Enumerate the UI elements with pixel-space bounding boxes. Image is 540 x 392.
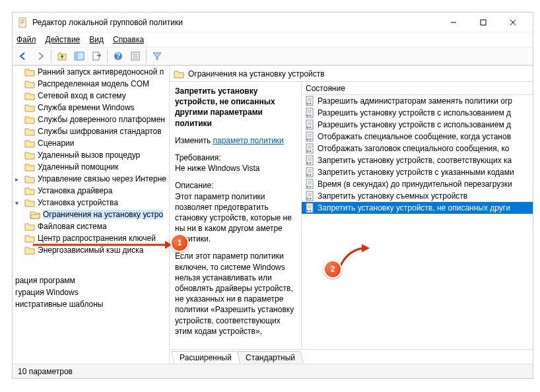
policy-list[interactable]: Разрешить администраторам заменять полит…	[302, 95, 533, 214]
tree-item[interactable]: Сетевой вход в систему	[13, 90, 169, 102]
path-title: Ограничения на установку устройств	[188, 69, 325, 79]
tree-item-label: нистративные шаблоны	[15, 300, 103, 309]
list-item[interactable]: Запретить установку устройств, соответст…	[302, 154, 533, 166]
list-item[interactable]: Запретить установку съемных устройств	[302, 190, 533, 202]
svg-text:?: ?	[116, 51, 120, 61]
svg-rect-7	[75, 52, 78, 60]
show-hide-tree-button[interactable]	[71, 48, 87, 64]
tree-item[interactable]: Службы доверенного платформен	[13, 114, 169, 125]
list-item-label: Время (в секундах) до принудительной пер…	[318, 180, 512, 189]
tab-standard[interactable]: Стандартный	[237, 351, 304, 364]
requirements-block: Требования: Не ниже Windows Vista	[175, 152, 296, 174]
list-item-label: Разрешить администраторам заменять полит…	[318, 96, 512, 106]
tree-item[interactable]: Удаленный помощник	[13, 161, 169, 173]
list-column-header[interactable]: Состояние	[302, 82, 533, 95]
help-button[interactable]: ?	[110, 48, 126, 64]
list-item-label: Запретить установку устройств, не описан…	[318, 203, 510, 212]
tree-item[interactable]: Установка драйвера	[13, 185, 169, 197]
folder-icon	[24, 186, 35, 195]
tree-item-label: Служба времени Windows	[38, 103, 135, 112]
up-button[interactable]	[54, 48, 70, 64]
forward-button[interactable]	[32, 48, 48, 64]
policy-icon	[304, 96, 315, 106]
tree-item-label: Распределенная модель COM	[38, 79, 149, 88]
tree-item[interactable]: Службы шифрования стандартов	[13, 125, 169, 137]
minimize-button[interactable]	[438, 13, 468, 32]
edit-policy-link[interactable]: параметр политики	[213, 136, 283, 145]
edit-policy-row: Изменить параметр политики	[175, 135, 296, 146]
svg-point-26	[310, 115, 312, 117]
menu-action[interactable]: Действие	[46, 35, 81, 44]
policy-icon	[304, 203, 315, 213]
export-list-button[interactable]	[88, 48, 104, 64]
tree-item[interactable]: Сценарии	[13, 137, 169, 149]
menu-file[interactable]: Файл	[17, 35, 36, 44]
tree-item-label: Службы доверенного платформен	[38, 115, 165, 124]
list-item[interactable]: Запретить установку устройств с указанны…	[302, 166, 533, 178]
tree-item[interactable]: гурация Windows	[13, 286, 169, 298]
tree-item-label: Удаленный вызов процедур	[38, 150, 140, 160]
filter-button[interactable]	[149, 48, 165, 64]
tab-extended[interactable]: Расширенный	[171, 351, 240, 364]
tree-item-label: Управление связью через Интерне	[38, 174, 166, 183]
svg-point-49	[307, 162, 309, 164]
svg-point-68	[310, 198, 312, 200]
list-item[interactable]: Разрешить установку устройств с использо…	[302, 107, 533, 119]
list-item[interactable]: Отображать заголовок специального сообще…	[302, 143, 533, 154]
menu-view[interactable]: Вид	[89, 35, 104, 44]
svg-point-44	[310, 150, 312, 152]
expand-icon[interactable]: ▸	[15, 176, 22, 183]
properties-button[interactable]	[127, 48, 143, 64]
folder-icon	[24, 222, 35, 231]
annotation-badge-2: 2	[323, 260, 342, 278]
tree-item[interactable]: Ограничения на установку устро	[13, 209, 169, 220]
tree-item[interactable]: Удаленный вызов процедур	[13, 149, 169, 161]
statusbar: 10 параметров	[13, 364, 533, 378]
tree-item-label: Установка драйвера	[38, 186, 112, 195]
tree-item[interactable]: Ранний запуск антивредоносной п	[13, 66, 169, 78]
status-text: 10 параметров	[18, 367, 73, 376]
selected-setting-name: Запретить установку устройств, не описан…	[175, 86, 296, 129]
list-item[interactable]: Запретить установку устройств, не описан…	[302, 202, 533, 214]
tree-item[interactable]: рация программ	[13, 275, 169, 286]
list-item-label: Запретить установку съемных устройств	[318, 191, 467, 201]
folder-icon	[24, 67, 35, 77]
app-icon	[18, 17, 28, 28]
menu-help[interactable]: Справка	[113, 35, 144, 44]
list-item-label: Разрешить установку устройств с использо…	[318, 108, 511, 117]
svg-point-32	[310, 127, 312, 129]
list-item[interactable]: Разрешить администраторам заменять полит…	[302, 95, 533, 107]
svg-point-50	[310, 162, 312, 164]
tree-item[interactable]: Файловая система	[13, 220, 169, 232]
tree-item-label: Удаленный помощник	[38, 162, 119, 172]
policy-icon	[304, 167, 315, 178]
maximize-button[interactable]	[468, 13, 498, 32]
close-button[interactable]	[498, 13, 527, 32]
window-title: Редактор локальной групповой политики	[32, 18, 438, 27]
description-block: Описание: Этот параметр политики позволя…	[175, 180, 296, 337]
tree-item[interactable]: нистративные шаблоны	[13, 298, 169, 310]
policy-icon	[304, 179, 315, 189]
policy-icon	[304, 155, 315, 166]
svg-rect-8	[93, 52, 99, 60]
list-item[interactable]: Отображать специальное сообщение, когда …	[302, 131, 533, 143]
svg-point-37	[307, 139, 309, 141]
policy-icon	[304, 143, 315, 154]
app-window: Редактор локальной групповой политики Фа…	[12, 12, 533, 379]
tree-item-label: Ограничения на установку устро	[43, 210, 163, 219]
folder-icon	[24, 198, 35, 207]
policy-icon	[304, 119, 315, 130]
list-item[interactable]: Разрешить установку устройств с использо…	[302, 119, 533, 131]
console-tree[interactable]: Ранний запуск антивредоносной пРаспредел…	[13, 66, 170, 364]
back-button[interactable]	[15, 48, 31, 64]
tree-item[interactable]: Служба времени Windows	[13, 102, 169, 114]
tree-item[interactable]: ▸Управление связью через Интерне	[13, 173, 169, 185]
view-tabs: Расширенный Стандартный	[170, 349, 533, 364]
expand-icon[interactable]: ▾	[15, 199, 22, 207]
list-item[interactable]: Время (в секундах) до принудительной пер…	[302, 178, 533, 190]
svg-point-20	[310, 103, 312, 105]
tree-item[interactable]: ▾Установка устройства	[13, 197, 169, 209]
tree-item[interactable]: Распределенная модель COM	[13, 78, 169, 90]
policy-icon	[304, 131, 315, 142]
svg-point-62	[310, 186, 312, 188]
